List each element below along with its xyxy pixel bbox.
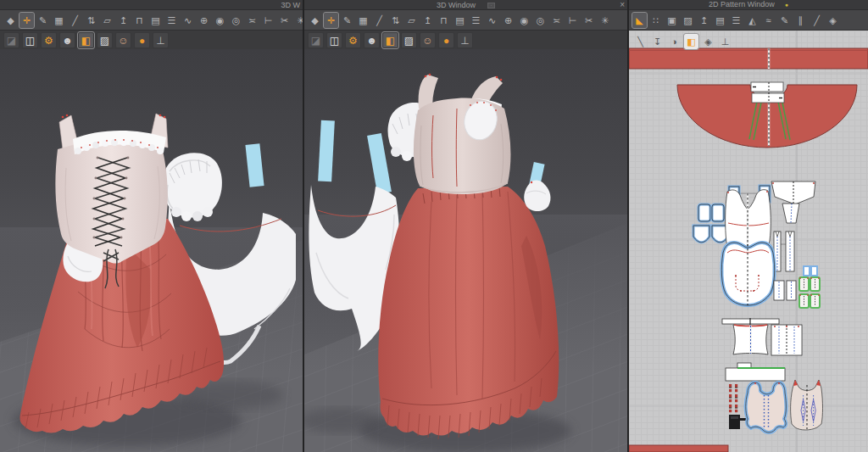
pattern-belt-rect[interactable]: [726, 363, 785, 381]
tab-indicator[interactable]: ·: [487, 3, 495, 8]
pattern-waist-rect[interactable]: [771, 325, 802, 355]
2d-panel-titlebar[interactable]: 2D Pattern Window●: [629, 0, 868, 10]
pouch-3d[interactable]: [524, 162, 550, 211]
pattern-green-pieces[interactable]: [799, 277, 820, 308]
topstitch-icon[interactable]: ≍: [245, 13, 259, 28]
sewing-machine-2d-icon[interactable]: ▤: [713, 13, 727, 28]
button-icon[interactable]: ◉: [517, 13, 531, 28]
pattern-waistband-top[interactable]: [629, 48, 868, 69]
button-icon[interactable]: ◉: [213, 13, 227, 28]
pattern-strap-strips[interactable]: [774, 232, 794, 271]
simulate-icon[interactable]: ⚙: [41, 32, 57, 48]
show-head-icon[interactable]: ☺: [420, 32, 436, 48]
plain-fabric-icon[interactable]: ▨: [401, 32, 417, 48]
3d-viewport-left[interactable]: [0, 49, 303, 452]
pattern-hardware-clip[interactable]: [729, 415, 747, 429]
pattern-corset-front[interactable]: [746, 382, 787, 432]
avatar-tape-icon[interactable]: ⊓: [437, 13, 451, 28]
close-icon[interactable]: ×: [620, 0, 625, 10]
solid-garment-icon[interactable]: ◪: [308, 32, 324, 48]
show-avatar-icon[interactable]: ☻: [59, 32, 75, 48]
gizmo-icon[interactable]: ◆: [3, 13, 18, 28]
pattern-corset-back[interactable]: [791, 380, 823, 430]
pattern-waistband-pieces[interactable]: [751, 82, 784, 103]
solid-garment-icon[interactable]: ◪: [3, 32, 19, 48]
segment-sewing-icon[interactable]: ☰: [164, 13, 179, 28]
plain-fabric-icon[interactable]: ▨: [97, 32, 113, 48]
pattern-red-strip-bottom[interactable]: [629, 445, 728, 452]
edit-pattern-icon[interactable]: ∷: [648, 13, 663, 28]
gizmo-icon[interactable]: ◆: [308, 13, 322, 28]
pattern-cuffs[interactable]: [693, 204, 728, 243]
pattern-small-rects[interactable]: [774, 281, 796, 300]
pen-3d-icon[interactable]: ✎: [36, 13, 50, 28]
transform-pattern-icon[interactable]: ◣: [632, 13, 647, 28]
measure-avatar-icon[interactable]: ⊢: [261, 13, 275, 28]
sew-line-icon[interactable]: ╱: [372, 13, 387, 28]
mid-panel-titlebar[interactable]: 3D Window· ×: [304, 0, 627, 10]
buttonhole-icon[interactable]: ◎: [533, 13, 548, 28]
segment-sewing-icon[interactable]: ☰: [469, 13, 483, 28]
garment-small-icon[interactable]: ◈: [701, 34, 715, 49]
texture-icon[interactable]: ◑: [667, 34, 682, 49]
animation-icon[interactable]: ✳: [598, 13, 612, 28]
show-head-icon[interactable]: ☺: [115, 32, 131, 48]
needle-icon[interactable]: ╲: [633, 34, 648, 49]
garment-style-icon[interactable]: ▦: [52, 13, 66, 28]
pin-2d-icon[interactable]: ↥: [697, 13, 711, 28]
sewing-machine-icon[interactable]: ▤: [148, 13, 163, 28]
avatar-tape-icon[interactable]: ⊓: [132, 13, 147, 28]
arrange-points-icon[interactable]: ⇅: [84, 13, 98, 28]
buttonhole-icon[interactable]: ◎: [229, 13, 243, 28]
2d-viewport[interactable]: ╲↧◑◧◈⊥: [629, 31, 868, 452]
left-panel-titlebar[interactable]: 3D W: [0, 0, 303, 10]
sewing-machine-icon[interactable]: ▤: [453, 13, 467, 28]
arrange-points-icon[interactable]: ⇅: [388, 13, 403, 28]
3d-viewport-mid[interactable]: [304, 49, 627, 452]
image-icon[interactable]: ▨: [681, 13, 695, 28]
show-sphere-icon[interactable]: ●: [438, 32, 454, 48]
show-sphere-icon[interactable]: ●: [134, 32, 150, 48]
pin-icon[interactable]: ↥: [420, 13, 435, 28]
topstitch-icon[interactable]: ≍: [549, 13, 564, 28]
simulate-icon[interactable]: ⚙: [345, 32, 361, 48]
show-avatar-icon[interactable]: ☻: [364, 32, 380, 48]
show-platform-icon[interactable]: ⊥: [153, 32, 169, 48]
edit-sewing-icon[interactable]: ✎: [777, 13, 792, 28]
segment-sewing-2d-icon[interactable]: ☰: [729, 13, 743, 28]
scissors-icon[interactable]: ✂: [277, 13, 292, 28]
sew-line-icon[interactable]: ╱: [68, 13, 82, 28]
pen-3d-icon[interactable]: ✎: [340, 13, 354, 28]
fold-arrangement-icon[interactable]: ▱: [100, 13, 114, 28]
pattern-pouch-flap[interactable]: [771, 181, 815, 223]
select-move-icon[interactable]: ✛: [19, 13, 34, 28]
measure-avatar-icon[interactable]: ⊢: [565, 13, 580, 28]
scissors-icon[interactable]: ✂: [581, 13, 596, 28]
internal-lines-icon[interactable]: ∥: [793, 13, 808, 28]
select-move-icon[interactable]: ✛: [324, 13, 338, 28]
corset-back-3d[interactable]: [414, 74, 511, 194]
show-sewing-icon[interactable]: ≈: [761, 13, 776, 28]
show-fabric-icon[interactable]: ◧: [78, 32, 94, 48]
platform-2d-icon[interactable]: ⊥: [718, 34, 732, 49]
sleeve-puff-3d[interactable]: [164, 153, 222, 221]
pen-2d-icon[interactable]: ╱: [810, 13, 824, 28]
pin-small-icon[interactable]: ↧: [650, 34, 665, 49]
fabric-icon[interactable]: ◧: [684, 34, 698, 49]
pattern-thin-strip[interactable]: [722, 318, 779, 325]
fold-arrangement-icon[interactable]: ▱: [404, 13, 419, 28]
show-fabric-icon[interactable]: ◧: [382, 32, 398, 48]
pattern-tiny-pair[interactable]: [804, 266, 817, 276]
create-pattern-icon[interactable]: ▣: [665, 13, 679, 28]
pattern-apron[interactable]: [721, 243, 774, 305]
steam-icon[interactable]: ∿: [485, 13, 499, 28]
garment-style-icon[interactable]: ▦: [356, 13, 370, 28]
show-platform-icon[interactable]: ⊥: [457, 32, 473, 48]
skirt-3d[interactable]: [378, 187, 559, 439]
pattern-waist-curved[interactable]: [733, 325, 768, 354]
steam-icon[interactable]: ∿: [181, 13, 195, 28]
iron-icon[interactable]: ◭: [745, 13, 760, 28]
pin-icon[interactable]: ↥: [116, 13, 131, 28]
pattern-lacing-dots[interactable]: [729, 384, 737, 412]
attach-button-icon[interactable]: ⊕: [197, 13, 211, 28]
